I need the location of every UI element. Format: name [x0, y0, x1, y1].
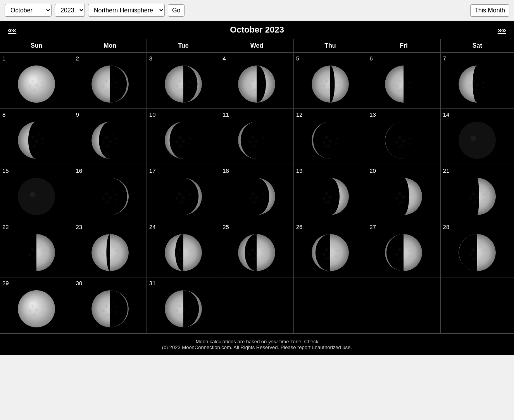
day-number: 4: [223, 55, 226, 62]
calendar-day-28[interactable]: 28: [441, 221, 514, 277]
moon-phase-image: [17, 233, 56, 272]
calendar-day-13[interactable]: 13: [367, 109, 440, 165]
calendar-day-5[interactable]: 5: [294, 53, 367, 109]
moon-phase-image: [91, 177, 129, 216]
moon-phase-image: [164, 65, 203, 103]
calendar-day-23[interactable]: 23: [73, 221, 147, 277]
calendar-day-22[interactable]: 22: [0, 221, 73, 277]
calendar-day-7[interactable]: 7: [441, 53, 514, 109]
calendar-day-24[interactable]: 24: [147, 221, 220, 277]
moon-phase-image: [458, 121, 497, 160]
day-number: 11: [223, 111, 229, 118]
day-number: 21: [443, 167, 450, 174]
day-number: 12: [296, 111, 303, 118]
day-number: 14: [443, 111, 450, 118]
calendar-day-6[interactable]: 6: [367, 53, 440, 109]
moon-phase-image: [164, 121, 203, 160]
moon-phase-image: [458, 177, 497, 216]
go-button[interactable]: Go: [168, 4, 185, 17]
moon-phase-image: [164, 177, 203, 216]
calendar-day-16[interactable]: 16: [73, 165, 147, 221]
calendar-day-30[interactable]: 30: [73, 277, 147, 334]
day-number: 25: [223, 224, 229, 230]
calendar-day-17[interactable]: 17: [147, 165, 220, 221]
calendar-day-10[interactable]: 10: [147, 109, 220, 165]
calendar-day-8[interactable]: 8: [0, 109, 73, 165]
calendar-day-2[interactable]: 2: [73, 53, 147, 109]
calendar-day-3[interactable]: 3: [147, 53, 220, 109]
day-number: 30: [76, 280, 82, 286]
calendar-day-26[interactable]: 26: [294, 221, 367, 277]
day-number: 15: [2, 167, 9, 174]
calendar-day-20[interactable]: 20: [367, 165, 440, 221]
calendar-day-1[interactable]: 1: [0, 53, 73, 109]
calendar-day-15[interactable]: 15: [0, 165, 73, 221]
calendar-day-12[interactable]: 12: [294, 109, 367, 165]
next-month-button[interactable]: »»: [498, 26, 506, 34]
day-header-sat: Sat: [441, 39, 514, 53]
calendar-day-25[interactable]: 25: [220, 221, 293, 277]
moon-phase-image: [164, 289, 203, 328]
moon-phase-image: [237, 121, 276, 160]
calendar: «« October 2023 »» SunMonTueWedThuFriSat…: [0, 21, 514, 355]
day-number: 1: [2, 55, 5, 62]
moon-phase-image: [384, 121, 423, 160]
year-select[interactable]: 20212022202320242025: [55, 4, 85, 17]
moon-phase-image: [384, 233, 423, 272]
moon-phase-image: [91, 289, 129, 328]
calendar-day-11[interactable]: 11: [220, 109, 293, 165]
calendar-empty-cell: [220, 277, 293, 334]
day-number: 23: [76, 224, 82, 230]
calendar-day-21[interactable]: 21: [441, 165, 514, 221]
day-number: 8: [2, 111, 5, 118]
calendar-day-9[interactable]: 9: [73, 109, 147, 165]
moon-phase-image: [237, 177, 276, 216]
moon-phase-image: [311, 177, 350, 216]
moon-phase-image: [91, 233, 129, 272]
day-header-mon: Mon: [73, 39, 147, 53]
calendar-day-14[interactable]: 14: [441, 109, 514, 165]
day-number: 7: [443, 55, 446, 62]
day-number: 6: [369, 55, 373, 62]
calendar-day-29[interactable]: 29: [0, 277, 73, 334]
day-number: 2: [76, 55, 79, 62]
moon-phase-image: [17, 289, 56, 328]
day-header-wed: Wed: [220, 39, 293, 53]
day-header-sun: Sun: [0, 39, 73, 53]
day-number: 20: [369, 167, 376, 174]
calendar-day-27[interactable]: 27: [367, 221, 440, 277]
moon-phase-image: [458, 65, 497, 103]
hemisphere-select[interactable]: Northern HemisphereSouthern Hemisphere: [88, 4, 165, 17]
day-header-tue: Tue: [147, 39, 220, 53]
calendar-day-18[interactable]: 18: [220, 165, 293, 221]
day-number: 9: [76, 111, 79, 118]
footer-line1: Moon calculations are based on your time…: [3, 339, 511, 344]
footer-line2: (c) 2023 MoonConnection.com. All Rights …: [3, 344, 511, 350]
moon-phase-image: [17, 65, 56, 103]
moon-phase-image: [17, 121, 56, 160]
moon-phase-image: [17, 177, 56, 216]
day-number: 22: [2, 224, 9, 230]
this-month-button[interactable]: This Month: [470, 4, 509, 17]
moon-phase-image: [91, 65, 129, 103]
calendar-day-31[interactable]: 31: [147, 277, 220, 334]
calendar-empty-cell: [441, 277, 514, 334]
day-number: 26: [296, 224, 303, 230]
moon-phase-image: [458, 233, 497, 272]
calendar-grid: 1234567891011121314151617181920212223242…: [0, 53, 514, 334]
day-number: 13: [369, 111, 376, 118]
moon-phase-image: [384, 177, 423, 216]
calendar-empty-cell: [367, 277, 440, 334]
nav-row: «« October 2023 »»: [0, 21, 514, 39]
day-number: 19: [296, 167, 303, 174]
day-headers: SunMonTueWedThuFriSat: [0, 39, 514, 53]
moon-phase-image: [311, 65, 350, 103]
month-select[interactable]: JanuaryFebruaryMarchAprilMayJuneJulyAugu…: [5, 4, 52, 17]
day-number: 31: [149, 280, 156, 286]
day-number: 10: [149, 111, 156, 118]
calendar-day-4[interactable]: 4: [220, 53, 293, 109]
prev-month-button[interactable]: ««: [8, 26, 16, 34]
toolbar: JanuaryFebruaryMarchAprilMayJuneJulyAugu…: [0, 0, 514, 21]
calendar-empty-cell: [294, 277, 367, 334]
calendar-day-19[interactable]: 19: [294, 165, 367, 221]
